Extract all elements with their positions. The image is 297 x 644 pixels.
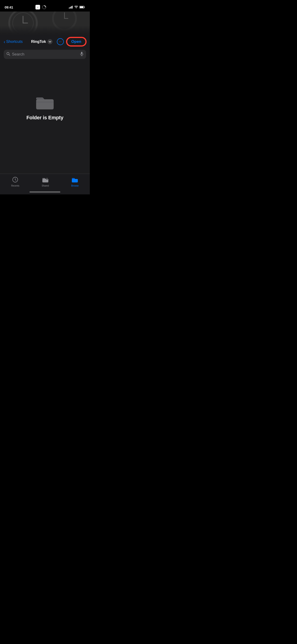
open-button[interactable]: Open — [66, 37, 86, 46]
tab-recents[interactable]: Recents — [7, 176, 24, 188]
empty-state: Folder is Empty — [0, 62, 90, 172]
tab-shared[interactable]: Shared — [37, 176, 54, 188]
more-options-button[interactable]: ··· — [57, 38, 64, 45]
dynamic-island-activity — [42, 5, 46, 10]
mic-svg — [80, 52, 83, 56]
status-time: 09:41 — [4, 5, 13, 9]
svg-point-29 — [46, 178, 48, 179]
nav-title: RingTok — [31, 40, 46, 44]
chevron-down-icon — [49, 41, 51, 42]
nav-title-container: RingTok — [31, 39, 52, 44]
nav-actions: ··· Open — [57, 37, 86, 46]
empty-folder-icon — [36, 95, 54, 111]
background-image — [0, 12, 90, 34]
svg-rect-19 — [81, 52, 82, 54]
svg-rect-7 — [80, 6, 84, 8]
home-indicator — [30, 192, 60, 192]
nav-bar: ‹ Shortcuts RingTok ··· Open — [0, 34, 90, 48]
bg-art — [0, 12, 90, 34]
svg-rect-16 — [0, 25, 90, 34]
search-icon — [6, 52, 10, 57]
shared-icon — [42, 177, 48, 184]
svg-line-26 — [15, 180, 16, 180]
svg-rect-30 — [72, 179, 78, 182]
phone-screen: 09:41 ♪ — [0, 0, 90, 194]
battery-icon — [80, 6, 85, 8]
browse-icon — [72, 177, 78, 184]
clock-icon — [12, 177, 18, 183]
back-button[interactable]: ‹ Shortcuts — [4, 40, 27, 44]
svg-rect-23 — [36, 102, 54, 102]
status-bar: 09:41 ♪ — [0, 0, 90, 12]
music-app-icon: ♪ — [36, 5, 40, 10]
ellipsis-icon: ··· — [59, 40, 62, 43]
svg-rect-2 — [70, 7, 71, 8]
open-label: Open — [71, 40, 81, 44]
tab-shared-label: Shared — [42, 184, 49, 187]
svg-line-18 — [9, 54, 10, 56]
status-icons — [69, 6, 85, 8]
search-input[interactable]: Search — [12, 52, 78, 57]
svg-rect-1 — [69, 8, 70, 8]
title-dropdown-button[interactable] — [48, 39, 52, 44]
dynamic-island: ♪ — [27, 3, 55, 11]
back-label: Shortcuts — [6, 40, 23, 44]
folder-svg — [36, 95, 54, 110]
recents-icon — [12, 177, 18, 184]
music-note-icon: ♪ — [37, 6, 38, 9]
wifi-icon — [74, 6, 78, 8]
svg-rect-4 — [72, 6, 73, 8]
svg-rect-22 — [36, 99, 54, 110]
svg-rect-3 — [71, 6, 72, 8]
microphone-icon[interactable] — [80, 52, 83, 57]
empty-state-title: Folder is Empty — [26, 115, 64, 121]
browse-folder-icon — [72, 177, 78, 183]
shared-folder-icon — [42, 177, 48, 183]
search-magnifier-icon — [6, 52, 10, 56]
search-bar[interactable]: Search — [4, 50, 86, 59]
chevron-left-icon: ‹ — [4, 40, 5, 44]
tab-browse-label: Browse — [71, 184, 78, 187]
tab-browse[interactable]: Browse — [66, 176, 83, 188]
search-container: Search — [0, 48, 90, 62]
svg-rect-6 — [84, 7, 85, 8]
signal-icon — [69, 6, 73, 8]
tab-recents-label: Recents — [11, 184, 19, 187]
